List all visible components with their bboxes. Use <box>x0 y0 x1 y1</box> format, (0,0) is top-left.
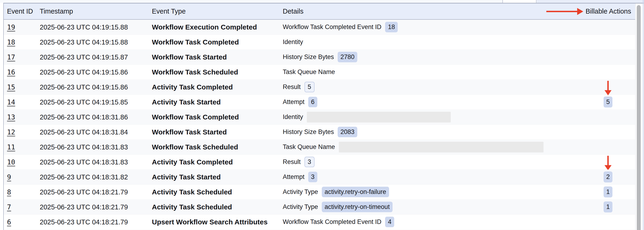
detail-cell: Attempt6 <box>283 95 317 109</box>
detail-value-badge: 18 <box>385 22 398 32</box>
billable-actions-cell <box>594 65 622 79</box>
timestamp-cell: 2025-06-23 UTC 04:18:31.83 <box>40 158 128 166</box>
table-row[interactable]: 192025-06-23 UTC 04:19:15.88Workflow Exe… <box>4 20 635 35</box>
table-row[interactable]: 172025-06-23 UTC 04:19:15.87Workflow Tas… <box>4 50 635 65</box>
event-id-link[interactable]: 10 <box>7 158 15 166</box>
table-row[interactable]: 102025-06-23 UTC 04:18:31.83Activity Tas… <box>4 155 635 170</box>
table-row[interactable]: 72025-06-23 UTC 04:18:21.79Activity Task… <box>4 199 635 214</box>
table-row[interactable]: 62025-06-23 UTC 04:18:21.79Upsert Workfl… <box>4 214 635 229</box>
timestamp-cell: 2025-06-23 UTC 04:19:15.86 <box>40 83 128 91</box>
detail-cell: Result3 <box>283 155 314 169</box>
detail-label: Workflow Task Completed Event ID <box>283 218 381 225</box>
detail-cell: Identity <box>283 35 303 49</box>
detail-cell: Workflow Task Completed Event ID4 <box>283 214 394 229</box>
timestamp-cell: 2025-06-23 UTC 04:19:15.88 <box>40 23 128 31</box>
scrollbar-track-border <box>635 4 636 230</box>
event-id-link[interactable]: 13 <box>7 113 15 121</box>
detail-cell: History Size Bytes2780 <box>283 50 357 64</box>
detail-cell: Result5 <box>283 80 314 94</box>
table-row[interactable]: 162025-06-23 UTC 04:19:15.86Workflow Tas… <box>4 65 635 80</box>
timestamp-cell: 2025-06-23 UTC 04:19:15.87 <box>40 53 128 61</box>
timestamp-cell: 2025-06-23 UTC 04:18:21.79 <box>40 203 128 211</box>
down-arrow-icon <box>607 156 609 165</box>
detail-cell: Activity Typeactivity.retry-on-failure <box>283 185 389 199</box>
event-id-link[interactable]: 9 <box>7 173 11 181</box>
event-id-link[interactable]: 8 <box>7 188 11 196</box>
billable-count-badge: 1 <box>604 186 612 197</box>
detail-cell: Attempt3 <box>283 170 317 184</box>
timestamp-cell: 2025-06-23 UTC 04:19:15.86 <box>40 68 128 76</box>
vertical-scrollbar-thumb[interactable] <box>637 5 641 230</box>
timestamp-cell: 2025-06-23 UTC 04:19:15.88 <box>40 38 128 46</box>
detail-label: Task Queue Name <box>283 143 335 151</box>
detail-value-badge: activity.retry-on-timeout <box>322 202 392 212</box>
detail-label: Workflow Task Completed Event ID <box>283 23 381 31</box>
billable-actions-cell <box>594 140 622 154</box>
table-row[interactable]: 142025-06-23 UTC 04:19:15.85Activity Tas… <box>4 95 635 109</box>
event-type-cell: Activity Task Started <box>152 173 221 181</box>
event-id-link[interactable]: 19 <box>7 23 15 31</box>
detail-label: Identity <box>283 38 303 46</box>
top-panel-tab <box>502 0 536 3</box>
event-id-link[interactable]: 11 <box>7 143 15 151</box>
detail-label: Attempt <box>283 173 304 181</box>
column-header-timestamp: Timestamp <box>40 4 73 19</box>
detail-value-badge: 6 <box>308 97 317 107</box>
billable-actions-cell <box>594 20 622 34</box>
event-type-cell: Upsert Workflow Search Attributes <box>152 218 268 226</box>
billable-actions-cell <box>594 214 622 229</box>
event-history-table: Event ID Timestamp Event Type Details Bi… <box>3 4 635 230</box>
event-type-cell: Activity Task Completed <box>152 158 233 166</box>
table-row[interactable]: 122025-06-23 UTC 04:18:31.84Workflow Tas… <box>4 125 635 140</box>
event-id-link[interactable]: 16 <box>7 68 15 76</box>
timestamp-cell: 2025-06-23 UTC 04:18:31.84 <box>40 128 128 136</box>
billable-actions-cell <box>594 80 622 94</box>
detail-value-badge: 3 <box>308 172 317 182</box>
table-row[interactable]: 132025-06-23 UTC 04:18:31.86Workflow Tas… <box>4 109 635 125</box>
table-row[interactable]: 92025-06-23 UTC 04:18:31.82Activity Task… <box>4 170 635 185</box>
table-row[interactable]: 82025-06-23 UTC 04:18:21.79Activity Task… <box>4 185 635 199</box>
event-type-cell: Activity Task Completed <box>152 83 233 91</box>
billable-actions-cell <box>594 50 622 64</box>
detail-label: Activity Type <box>283 188 318 196</box>
event-type-cell: Workflow Task Completed <box>152 38 239 46</box>
event-id-link[interactable]: 6 <box>7 218 11 226</box>
event-id-link[interactable]: 15 <box>7 83 15 91</box>
event-rows: 192025-06-23 UTC 04:19:15.88Workflow Exe… <box>4 20 635 229</box>
table-row[interactable]: 152025-06-23 UTC 04:19:15.86Activity Tas… <box>4 80 635 95</box>
table-row[interactable]: 182025-06-23 UTC 04:19:15.88Workflow Tas… <box>4 35 635 50</box>
detail-label: Activity Type <box>283 203 318 210</box>
detail-cell: Task Queue Name <box>283 65 335 79</box>
timestamp-cell: 2025-06-23 UTC 04:18:31.82 <box>40 173 128 181</box>
timestamp-cell: 2025-06-23 UTC 04:19:15.85 <box>40 98 128 106</box>
down-arrow-icon <box>607 81 609 90</box>
detail-value-badge: 2083 <box>338 127 357 137</box>
event-type-cell: Activity Task Scheduled <box>152 203 232 211</box>
detail-label: History Size Bytes <box>283 53 334 61</box>
event-type-cell: Workflow Task Scheduled <box>152 143 238 151</box>
detail-cell: Activity Typeactivity.retry-on-timeout <box>283 199 392 214</box>
billable-count-badge: 2 <box>604 171 612 182</box>
timestamp-cell: 2025-06-23 UTC 04:18:21.79 <box>40 188 128 196</box>
column-header-billable-actions: Billable Actions <box>586 4 631 19</box>
detail-cell: Task Queue Name <box>283 140 544 154</box>
event-id-link[interactable]: 12 <box>7 128 15 136</box>
detail-cell: History Size Bytes2083 <box>283 125 357 139</box>
detail-label: Identity <box>283 113 303 121</box>
event-id-link[interactable]: 14 <box>7 98 15 106</box>
detail-label: Result <box>283 83 301 91</box>
event-id-link[interactable]: 17 <box>7 53 15 61</box>
event-type-cell: Workflow Task Completed <box>152 113 239 121</box>
event-id-link[interactable]: 7 <box>7 203 11 211</box>
redacted-value-block <box>339 142 544 153</box>
table-row[interactable]: 112025-06-23 UTC 04:18:31.83Workflow Tas… <box>4 140 635 155</box>
timestamp-cell: 2025-06-23 UTC 04:18:31.83 <box>40 143 128 151</box>
event-id-link[interactable]: 18 <box>7 38 15 46</box>
billable-actions-arrow-icon <box>546 11 577 12</box>
billable-actions-cell: 2 <box>594 170 622 184</box>
billable-actions-cell <box>594 35 622 49</box>
billable-actions-cell <box>594 155 622 169</box>
detail-label: History Size Bytes <box>283 128 334 136</box>
top-panel-strip <box>0 0 644 3</box>
event-type-cell: Activity Task Scheduled <box>152 188 232 196</box>
